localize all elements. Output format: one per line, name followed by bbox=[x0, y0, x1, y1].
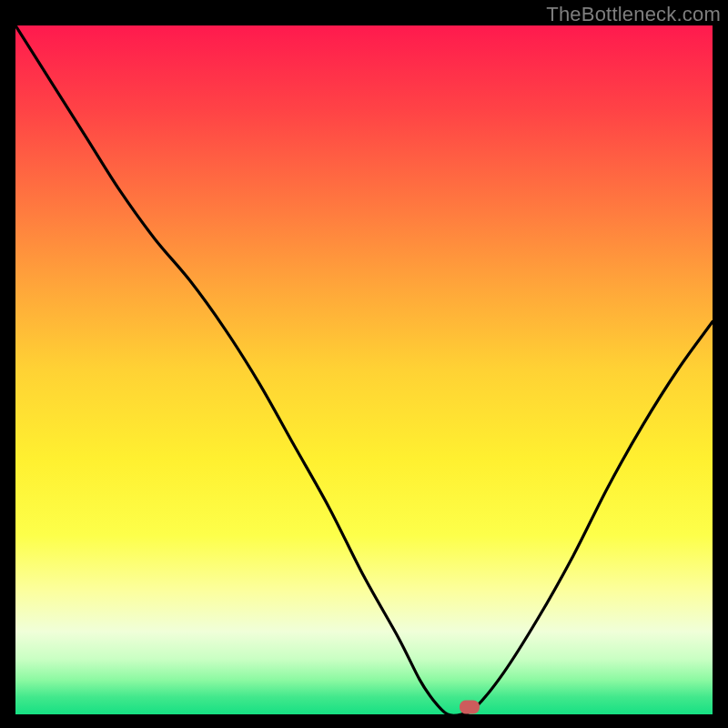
curve-path bbox=[15, 25, 713, 714]
plot-area bbox=[15, 25, 713, 714]
watermark-text: TheBottleneck.com bbox=[546, 3, 721, 26]
bottleneck-curve bbox=[15, 25, 713, 714]
optimal-point-marker bbox=[460, 701, 480, 714]
chart-frame: TheBottleneck.com bbox=[0, 0, 728, 728]
